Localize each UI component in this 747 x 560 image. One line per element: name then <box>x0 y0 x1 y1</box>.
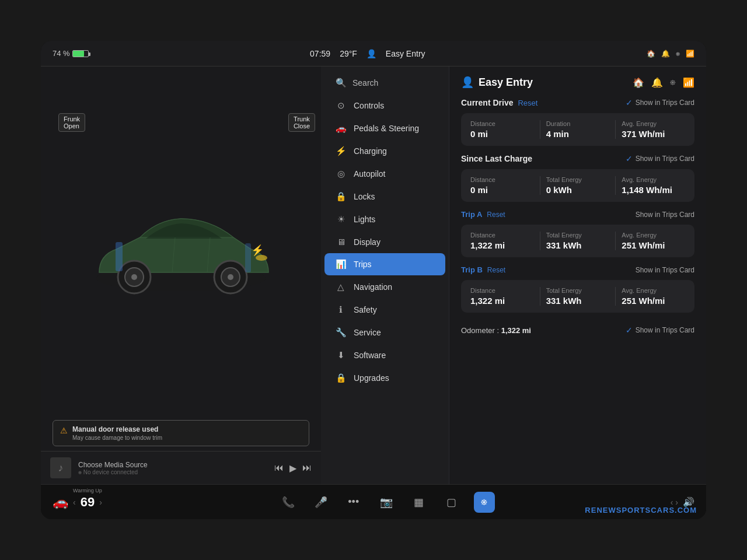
media-title: Choose Media Source <box>78 461 267 469</box>
car-taskbar-icon[interactable]: 🚗 <box>53 495 68 510</box>
media-player: ♪ Choose Media Source ⎈ No device connec… <box>41 451 321 484</box>
taskbar-left: 🚗 ‹ Warming Up 69 › <box>53 495 102 510</box>
menu-item-trips[interactable]: 📊 Trips <box>324 253 445 275</box>
alert-box: ⚠ Manual door release used May cause dam… <box>53 420 309 446</box>
status-right: 🏠 🔔 ⎈ 📶 <box>647 50 694 58</box>
temperature-value: 69 <box>81 495 95 510</box>
current-drive-reset[interactable]: Reset <box>518 99 537 107</box>
charging-icon: ⚡ <box>335 146 347 156</box>
menu-item-controls[interactable]: ⊙ Controls <box>324 94 445 117</box>
bluetooth-trips-icon[interactable]: ⎈ <box>670 77 676 88</box>
alert-content: Manual door release used May cause damag… <box>72 425 162 441</box>
menu-item-service[interactable]: 🔧 Service <box>324 321 445 344</box>
play-button[interactable]: ▶ <box>289 463 296 474</box>
menu-item-display[interactable]: 🖥 Display <box>324 231 445 253</box>
window-button[interactable]: ▢ <box>441 492 462 513</box>
camera-button[interactable]: 📷 <box>376 492 397 513</box>
taskbar-center: 📞 🎤 ••• 📷 ▦ ▢ ⎈ <box>111 492 661 513</box>
current-drive-section: Current Drive Reset ✓ Show in Trips Card… <box>461 98 694 146</box>
menu-item-navigation[interactable]: △ Navigation <box>324 276 445 298</box>
trips-panel: 👤 Easy Entry 🏠 🔔 ⎈ 📶 Current Drive Reset <box>449 66 706 484</box>
home-icon: 🏠 <box>647 50 655 58</box>
car-svg: ⚡ <box>82 191 280 307</box>
trip-b-header: Trip B Reset Show in Trips Card <box>461 265 694 274</box>
bluetooth-taskbar-icon: ⎈ <box>481 496 487 508</box>
safety-label: Safety <box>354 305 377 314</box>
phone-icon: 📞 <box>282 496 295 509</box>
current-drive-distance: Distance 0 mi <box>470 120 540 139</box>
search-icon: 🔍 <box>335 78 347 88</box>
upgrades-icon: 🔒 <box>335 373 347 383</box>
temp-container: Warming Up 69 <box>81 495 95 510</box>
trip-a-reset[interactable]: Reset <box>487 211 505 219</box>
battery-bar <box>72 50 89 57</box>
menu-item-charging[interactable]: ⚡ Charging <box>324 140 445 162</box>
menu-item-lights[interactable]: ☀ Lights <box>324 208 445 230</box>
profile-label: Easy Entry <box>386 49 425 58</box>
battery-fill <box>73 51 84 57</box>
camera-icon: 📷 <box>380 496 393 509</box>
locks-icon: 🔒 <box>335 191 347 202</box>
odometer-show-trips: ✓ Show in Trips Card <box>626 326 694 335</box>
search-menu-item[interactable]: 🔍 Search <box>324 72 445 94</box>
since-last-charge-section: Since Last Charge ✓ Show in Trips Card D… <box>461 154 694 202</box>
menu-item-pedals[interactable]: 🚗 Pedals & Steering <box>324 117 445 139</box>
bell-trips-icon[interactable]: 🔔 <box>651 77 663 88</box>
trip-b-title: Trip B <box>461 265 483 274</box>
checkmark-since-icon: ✓ <box>626 154 633 163</box>
menu-item-safety[interactable]: ℹ Safety <box>324 299 445 321</box>
navigation-icon: △ <box>335 282 347 292</box>
phone-button[interactable]: 📞 <box>278 492 299 513</box>
media-icon: ♪ <box>50 457 71 478</box>
signal-icon: 📶 <box>686 50 694 58</box>
more-button[interactable]: ••• <box>343 492 364 513</box>
more-icon: ••• <box>348 496 359 508</box>
display-label: Display <box>354 237 381 247</box>
home-trips-icon[interactable]: 🏠 <box>633 77 644 88</box>
mic-icon: 🎤 <box>315 496 327 509</box>
trip-b-total-energy: Total Energy 331 kWh <box>540 287 616 306</box>
since-last-charge-card: Distance 0 mi Total Energy 0 kWh Avg. En… <box>461 169 694 202</box>
arrow-right-icon[interactable]: › <box>99 498 102 507</box>
next-track-button[interactable]: ⏭ <box>302 463 312 473</box>
arrow-left-icon[interactable]: ‹ <box>73 498 76 507</box>
prev-track-button[interactable]: ⏮ <box>274 463 284 473</box>
apps-button[interactable]: ▦ <box>409 492 430 513</box>
battery-percentage: 74 % <box>53 49 70 58</box>
odometer-label: Odometer : 1,322 mi <box>461 326 531 335</box>
bluetooth-small-icon: ⎈ <box>78 469 82 475</box>
svg-point-6 <box>228 274 233 280</box>
battery-indicator: 74 % <box>53 49 89 58</box>
trip-b-avg-energy: Avg. Energy 251 Wh/mi <box>616 287 685 306</box>
autopilot-label: Autopilot <box>354 169 385 178</box>
mic-button[interactable]: 🎤 <box>310 492 331 513</box>
bluetooth-button[interactable]: ⎈ <box>474 492 495 513</box>
tesla-screen: 74 % 07:59 29°F 👤 Easy Entry 🏠 🔔 ⎈ 📶 <box>41 41 706 519</box>
trip-a-header: Trip A Reset Show in Trips Card <box>461 210 694 219</box>
display-icon: 🖥 <box>335 237 347 247</box>
lights-label: Lights <box>354 215 375 224</box>
trip-b-stats: Distance 1,322 mi Total Energy 331 kWh A… <box>470 287 685 306</box>
menu-item-autopilot[interactable]: ◎ Autopilot <box>324 163 445 185</box>
checkmark-odometer-icon: ✓ <box>626 326 633 335</box>
time-display: 07:59 <box>310 49 330 58</box>
trip-a-section: Trip A Reset Show in Trips Card Distance… <box>461 210 694 257</box>
trip-b-section: Trip B Reset Show in Trips Card Distance… <box>461 265 694 313</box>
svg-text:⚡: ⚡ <box>251 244 264 257</box>
trip-b-reset[interactable]: Reset <box>487 266 505 274</box>
current-drive-title: Current Drive <box>461 98 513 107</box>
temp-display: 69 <box>81 495 95 510</box>
menu-item-locks[interactable]: 🔒 Locks <box>324 186 445 208</box>
current-drive-header: Current Drive Reset ✓ Show in Trips Card <box>461 98 694 107</box>
trip-a-stats: Distance 1,322 mi Total Energy 331 kWh A… <box>470 232 685 250</box>
media-controls[interactable]: ⏮ ▶ ⏭ <box>274 463 312 474</box>
safety-icon: ℹ <box>335 304 347 315</box>
menu-item-upgrades[interactable]: 🔒 Upgrades <box>324 367 445 389</box>
pedals-label: Pedals & Steering <box>354 124 419 133</box>
trunk-label: Trunk Close <box>288 113 315 132</box>
bell-icon: 🔔 <box>661 50 670 58</box>
trips-header-icons: 🏠 🔔 ⎈ 📶 <box>633 77 694 88</box>
main-content: Frunk Open Trunk Close <box>41 66 706 484</box>
menu-item-software[interactable]: ⬇ Software <box>324 344 445 366</box>
current-drive-title-row: Current Drive Reset <box>461 98 537 107</box>
